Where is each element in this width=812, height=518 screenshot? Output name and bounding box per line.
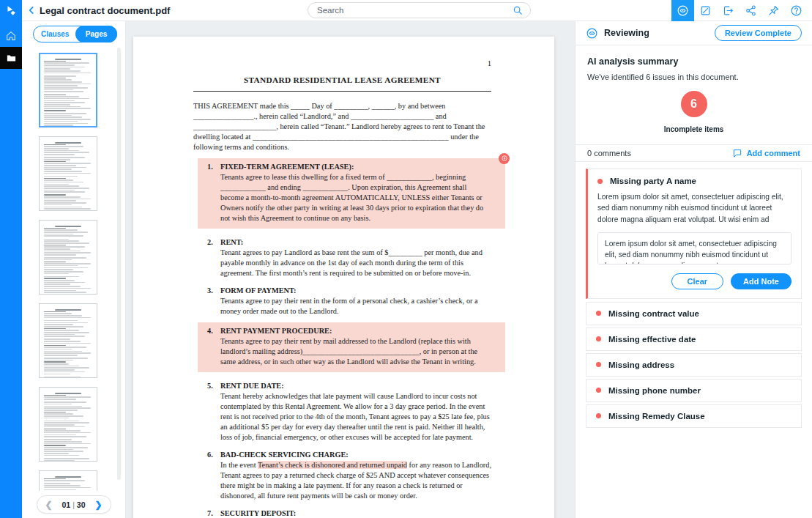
add-note-button[interactable]: Add Note <box>731 273 791 289</box>
contract-intro: THIS AGREEMENT made this _____ Day of __… <box>193 101 491 152</box>
summary-title: AI analysis summary <box>587 56 800 67</box>
page-thumbnail[interactable] <box>39 303 97 378</box>
prev-page-button[interactable]: ❮ <box>45 500 53 510</box>
clear-button[interactable]: Clear <box>671 273 724 289</box>
review-complete-button[interactable]: Review Complete <box>715 25 802 41</box>
issue-dot-icon <box>596 362 601 367</box>
search-input[interactable] <box>317 6 513 15</box>
issue-dot-icon <box>596 336 601 341</box>
contract-title: STANDARD RESIDENTIAL LEASE AGREEMENT <box>193 75 491 86</box>
help-icon <box>790 4 802 17</box>
comment-bubble-icon <box>732 148 742 158</box>
panel-tabs: Clauses Pages <box>33 26 117 42</box>
review-mode-button[interactable] <box>671 0 694 21</box>
nav-home[interactable] <box>0 25 22 47</box>
search-icon[interactable] <box>513 5 523 15</box>
search-bar[interactable] <box>308 2 531 18</box>
issue-item[interactable]: Missing Remedy Clause <box>586 404 802 428</box>
issue-title: Missing Remedy Clause <box>608 412 705 421</box>
page-pagination: ❮ 01|30 ❯ <box>37 495 111 514</box>
issue-title: Missing phone number <box>608 386 701 395</box>
thumbnail-scrollbar[interactable] <box>117 48 121 480</box>
review-status-label: Reviewing <box>604 28 649 38</box>
issue-item[interactable]: Missing phone number <box>586 379 802 402</box>
thumbnail-list <box>22 45 125 491</box>
note-input[interactable]: Lorem ipsum dolor sit amet, consectetuer… <box>597 232 791 264</box>
document-title: Legal contract document.pdf <box>40 5 170 16</box>
issue-dot-icon <box>596 413 601 418</box>
page-thumbnail[interactable] <box>39 470 97 491</box>
comments-bar: 0 comments Add comment <box>576 144 812 162</box>
contract-section: 6.BAD-CHECK SERVICING CHARGE:In the even… <box>193 450 491 501</box>
issue-description: Lorem ipsum dolor sit amet, consectetuer… <box>597 191 791 225</box>
ai-summary: AI analysis summary We've identified 6 i… <box>576 45 812 133</box>
pdf-page: 1 STANDARD RESIDENTIAL LEASE AGREEMENT T… <box>133 37 554 518</box>
reviewing-eye-icon <box>586 27 598 40</box>
home-icon <box>5 30 17 42</box>
back-button[interactable] <box>26 4 38 17</box>
contract-section: 5.RENT DUE DATE:Tenant hereby acknowledg… <box>193 381 491 443</box>
top-bar: Legal contract document.pdf <box>0 0 812 21</box>
share-button[interactable] <box>740 0 762 21</box>
contract-section: 3.FORM OF PAYMENT:Tenants agree to pay t… <box>193 286 491 317</box>
contract-section: 1.FIXED-TERM AGREEMENT (LEASE):Tenants a… <box>198 158 505 229</box>
issue-title: Missing party A name <box>610 177 696 185</box>
toolbar <box>671 0 808 21</box>
issue-count-label: Incomplete items <box>587 125 800 133</box>
contract-section: 7.SECURITY DEPOSIT:Tenants hereby agree … <box>193 508 491 518</box>
page-thumbnail[interactable] <box>39 53 97 127</box>
issue-dot-icon <box>596 388 601 393</box>
issue-item[interactable]: Missing address <box>586 353 802 377</box>
page-number: 1 <box>193 59 491 69</box>
summary-text: We've identified 6 issues in this docume… <box>587 73 800 81</box>
issue-title: Missing contract value <box>608 309 699 318</box>
issue-item[interactable]: Missing contract value <box>586 302 802 325</box>
share-icon <box>745 4 757 17</box>
edit-icon <box>699 4 712 17</box>
issue-marker-icon[interactable] <box>499 153 510 164</box>
review-eye-icon <box>677 4 689 17</box>
document-viewer[interactable]: 1 STANDARD RESIDENTIAL LEASE AGREEMENT T… <box>126 21 575 518</box>
review-panel: Reviewing Review Complete AI analysis su… <box>575 21 812 518</box>
tab-pages[interactable]: Pages <box>75 26 117 42</box>
contract-sections: 1.FIXED-TERM AGREEMENT (LEASE):Tenants a… <box>193 158 491 518</box>
pin-icon <box>767 4 780 17</box>
app-window: Legal contract document.pdf <box>0 0 812 518</box>
nav-documents[interactable] <box>0 47 22 69</box>
export-icon <box>722 4 734 17</box>
edit-button[interactable] <box>694 0 717 21</box>
issue-dot-icon <box>596 311 601 316</box>
export-button[interactable] <box>717 0 740 21</box>
issue-count-badge: 6 <box>681 91 707 117</box>
page-thumbnail[interactable] <box>39 136 97 211</box>
issue-dot-icon <box>597 179 603 184</box>
pages-panel: Clauses Pages ❮ 01|30 ❯ <box>22 21 126 518</box>
comments-count: 0 comments <box>587 149 631 158</box>
pin-button[interactable] <box>762 0 785 21</box>
logo-icon <box>4 4 18 18</box>
issues-list: Missing party A name Lorem ipsum dolor s… <box>576 162 812 434</box>
issue-item[interactable]: Missing effective date <box>586 328 802 351</box>
page-thumbnail[interactable] <box>39 220 97 295</box>
help-button[interactable] <box>785 0 808 21</box>
folder-icon <box>6 53 17 64</box>
tab-clauses[interactable]: Clauses <box>34 27 76 42</box>
chevron-left-icon <box>26 5 37 15</box>
issue-title: Missing address <box>608 360 674 369</box>
review-header: Reviewing Review Complete <box>576 21 812 45</box>
issue-card-expanded[interactable]: Missing party A name Lorem ipsum dolor s… <box>586 169 802 299</box>
next-page-button[interactable]: ❯ <box>94 500 102 510</box>
app-logo[interactable] <box>0 0 22 22</box>
page-thumbnail[interactable] <box>39 387 97 462</box>
page-indicator: 01|30 <box>62 500 85 509</box>
contract-section: 4.RENT PAYMENT PROCEDURE:Tenants agree t… <box>198 322 505 372</box>
issue-title: Missing effective date <box>608 335 696 344</box>
nav-rail <box>0 21 22 518</box>
contract-section: 2.RENT:Tenant agrees to pay Landlord as … <box>193 237 491 278</box>
pagination-area: ❮ 01|30 ❯ <box>22 491 125 518</box>
add-comment-button[interactable]: Add comment <box>732 148 800 158</box>
